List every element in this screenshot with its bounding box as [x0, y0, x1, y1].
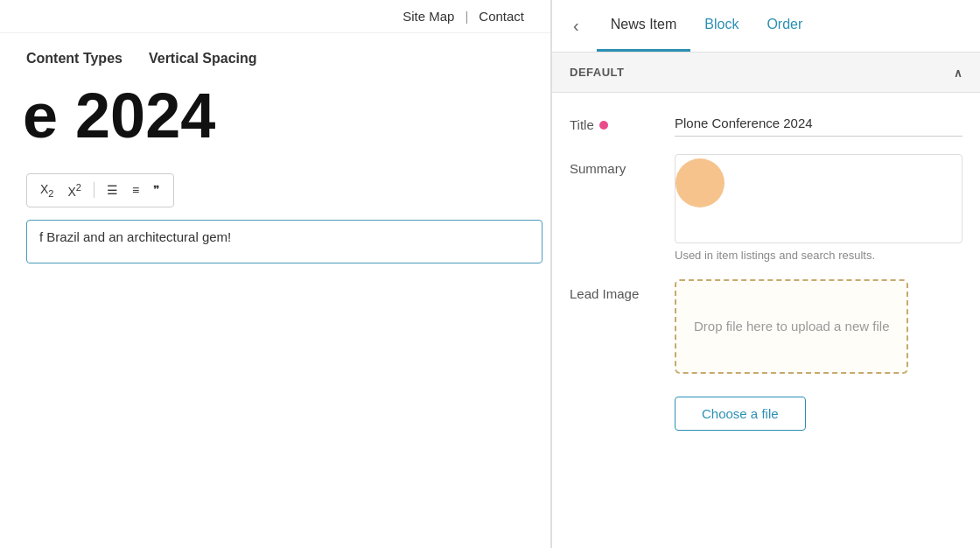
section-header: DEFAULT ∧ — [552, 53, 980, 93]
summary-label: Summary — [570, 154, 657, 176]
panel-body: Title Summary Used in item listings and … — [552, 93, 980, 548]
unordered-list-icon: ≡ — [132, 183, 139, 197]
drop-zone-text: Drop file here to upload a new file — [694, 319, 889, 334]
quote-icon: ❞ — [153, 183, 160, 197]
summary-circle-decoration — [676, 158, 724, 207]
drop-zone[interactable]: Drop file here to upload a new file — [675, 279, 908, 374]
vertical-spacing-label: Vertical Spacing — [149, 51, 257, 67]
lead-image-label: Lead Image — [570, 279, 657, 301]
text-toolbar: X2 X2 ☰ ≡ ❞ — [26, 173, 174, 207]
subscript-button[interactable]: X2 — [36, 179, 58, 201]
collapse-button[interactable]: ∧ — [954, 63, 963, 81]
summary-help-text: Used in item listings and search results… — [675, 249, 962, 262]
section-label: DEFAULT — [570, 66, 624, 79]
tab-order[interactable]: Order — [752, 0, 816, 52]
tab-block[interactable]: Block — [690, 0, 752, 52]
left-panel: Site Map | Contact Content Types Vertica… — [0, 0, 551, 548]
content-types-label: Content Types — [26, 51, 122, 67]
top-nav: Site Map | Contact — [0, 0, 550, 33]
summary-input[interactable] — [682, 162, 955, 232]
choose-file-button[interactable]: Choose a file — [675, 397, 806, 431]
text-editor[interactable]: f Brazil and an architectural gem! — [26, 220, 542, 263]
title-field-row: Title — [570, 110, 962, 137]
unordered-list-button[interactable]: ≡ — [128, 180, 144, 200]
lead-image-field-row: Lead Image Drop file here to upload a ne… — [570, 279, 962, 431]
quote-button[interactable]: ❞ — [149, 180, 164, 200]
content-types-row: Content Types Vertical Spacing — [26, 51, 524, 67]
content-area: Content Types Vertical Spacing e 2024 X2… — [0, 33, 550, 281]
nav-divider: | — [465, 9, 468, 24]
right-panel: ‹ News Item Block Order DEFAULT ∧ Title … — [551, 0, 980, 548]
contact-link[interactable]: Contact — [479, 9, 524, 24]
panel-header: ‹ News Item Block Order — [552, 0, 980, 53]
site-map-link[interactable]: Site Map — [402, 9, 454, 24]
title-label: Title — [570, 110, 657, 132]
page-title: e 2024 — [23, 84, 524, 147]
title-input-wrap — [675, 110, 962, 137]
editor-content: f Brazil and an architectural gem! — [39, 229, 231, 244]
toolbar-separator — [94, 182, 94, 198]
ordered-list-icon: ☰ — [107, 183, 118, 197]
ordered-list-button[interactable]: ☰ — [102, 180, 122, 200]
back-button[interactable]: ‹ — [570, 12, 583, 39]
title-input[interactable] — [675, 110, 962, 137]
back-icon: ‹ — [573, 16, 579, 35]
required-dot — [599, 121, 608, 130]
superscript-button[interactable]: X2 — [63, 179, 85, 201]
summary-field-wrap: Used in item listings and search results… — [675, 154, 962, 262]
tab-news-item[interactable]: News Item — [597, 0, 691, 52]
summary-field-row: Summary Used in item listings and search… — [570, 154, 962, 262]
chevron-up-icon: ∧ — [954, 67, 963, 80]
